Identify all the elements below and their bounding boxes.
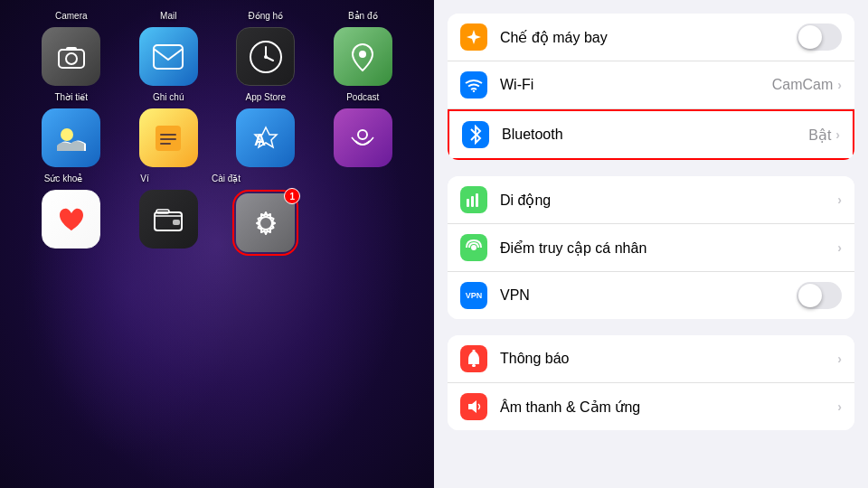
svg-text:A: A (254, 131, 266, 149)
vpn-icon: VPN (460, 282, 487, 309)
vpn-toggle[interactable] (797, 282, 842, 309)
label-appstore: App Store (222, 92, 310, 102)
label-bando: Bản đồ (319, 11, 408, 21)
settings-screen: Chế độ máy bay Wi-Fi CamCam › (434, 0, 868, 488)
label-mail: Mail (125, 11, 213, 21)
label-notes: Ghi chú (125, 92, 213, 102)
sound-label: Âm thanh & Cảm ứng (500, 399, 837, 416)
wifi-value: CamCam (772, 77, 834, 93)
svg-rect-24 (472, 364, 476, 367)
svg-rect-20 (467, 199, 469, 207)
svg-rect-12 (160, 138, 176, 140)
camera-icon (42, 27, 100, 86)
notes-icon (139, 108, 198, 167)
app-camera[interactable] (27, 27, 116, 86)
network-section: Di động › Điểm truy cập cá nhân › (434, 176, 868, 328)
sound-icon (460, 393, 487, 420)
app-row2: A (18, 104, 416, 172)
vpn-toggle-knob (798, 284, 822, 307)
notifications-chevron: › (837, 352, 842, 366)
airplane-icon (460, 23, 487, 51)
connectivity-section: Chế độ máy bay Wi-Fi CamCam › (434, 0, 868, 169)
vpn-label: VPN (500, 287, 797, 304)
settings-list-3: Thông báo › Âm thanh & Cảm ứng › (448, 335, 854, 430)
notifications-label: Thông báo (500, 351, 837, 367)
svg-rect-2 (66, 47, 77, 51)
settings-item-hotspot[interactable]: Điểm truy cập cá nhân › (448, 224, 854, 272)
hotspot-icon (460, 234, 487, 261)
label-dongio: Đồng hồ (222, 11, 310, 21)
airplane-toggle[interactable] (797, 23, 842, 51)
settings-highlight-border: 1 (232, 190, 298, 256)
app-empty (319, 190, 408, 256)
airplane-label: Chế độ máy bay (500, 29, 797, 46)
settings-item-notifications[interactable]: Thông báo › (448, 335, 854, 383)
bluetooth-chevron: › (835, 127, 840, 142)
app-notes[interactable] (125, 108, 213, 167)
health-icon (42, 190, 100, 249)
app-podcast[interactable] (319, 108, 408, 167)
hotspot-label: Điểm truy cập cá nhân (500, 239, 837, 257)
clock-icon (236, 27, 295, 86)
mail-icon (139, 27, 198, 86)
settings-list-2: Di động › Điểm truy cập cá nhân › (448, 176, 854, 319)
settings-list-1: Chế độ máy bay Wi-Fi CamCam › (448, 14, 854, 160)
label-health: Sức khoẻ (27, 174, 99, 183)
svg-rect-21 (471, 196, 474, 207)
app-row3: 1 (18, 185, 416, 260)
app-row1 (18, 23, 416, 90)
app-settings-highlighted[interactable]: 1 (222, 190, 310, 256)
svg-marker-26 (468, 400, 476, 413)
svg-point-19 (473, 90, 475, 92)
hotspot-chevron: › (837, 240, 842, 255)
settings-item-vpn[interactable]: VPN VPN (448, 272, 854, 319)
svg-point-8 (359, 51, 366, 58)
app-mail[interactable] (125, 27, 213, 86)
appstore-icon: A (236, 108, 295, 167)
notifications-icon (460, 345, 487, 372)
row3-labels: Sức khoẻ Ví Cài đặt (18, 172, 416, 185)
badge-settings: 1 (284, 188, 300, 204)
label-podcast: Podcast (319, 92, 408, 102)
weather-icon (42, 108, 100, 167)
podcast-icon (334, 108, 392, 167)
cellular-icon (460, 186, 487, 213)
row2-labels: Thời tiết Ghi chú App Store Podcast (18, 90, 416, 104)
label-camera: Camera (27, 11, 116, 21)
general-section: Thông báo › Âm thanh & Cảm ứng › (434, 335, 868, 439)
svg-rect-17 (173, 220, 180, 225)
wifi-icon (460, 71, 487, 99)
svg-rect-22 (476, 193, 478, 207)
bluetooth-icon (462, 121, 489, 148)
app-weather[interactable] (27, 108, 116, 167)
app-health[interactable] (27, 190, 116, 256)
app-maps[interactable] (319, 27, 408, 86)
bluetooth-value: Bật (808, 127, 831, 144)
bluetooth-label: Bluetooth (502, 127, 808, 143)
settings-item-wifi[interactable]: Wi-Fi CamCam › (448, 61, 854, 109)
iphone-home-screen: Camera Mail Đồng hồ Bản đồ (0, 0, 434, 488)
app-wallet[interactable] (125, 190, 213, 256)
sound-chevron: › (837, 399, 842, 414)
maps-icon (334, 27, 392, 86)
app-clock[interactable] (222, 27, 310, 86)
wallet-icon (139, 190, 198, 249)
wifi-chevron: › (837, 78, 842, 92)
wifi-label: Wi-Fi (500, 77, 772, 93)
svg-rect-13 (160, 143, 171, 145)
cellular-label: Di động (500, 192, 837, 209)
settings-item-airplane[interactable]: Chế độ máy bay (448, 14, 854, 61)
app-appstore[interactable]: A (222, 108, 310, 167)
settings-item-cellular[interactable]: Di động › (448, 176, 854, 224)
svg-point-9 (61, 128, 73, 141)
svg-point-15 (358, 130, 367, 139)
label-weather: Thời tiết (27, 92, 116, 102)
svg-rect-11 (160, 134, 176, 136)
toggle-knob (798, 25, 822, 49)
svg-point-23 (471, 245, 476, 250)
settings-item-sound[interactable]: Âm thanh & Cảm ứng › (448, 383, 854, 430)
label-wallet: Ví (108, 174, 181, 183)
settings-item-bluetooth[interactable]: Bluetooth Bật › (448, 109, 854, 160)
row1-labels: Camera Mail Đồng hồ Bản đồ (18, 9, 416, 23)
svg-line-7 (266, 57, 273, 61)
